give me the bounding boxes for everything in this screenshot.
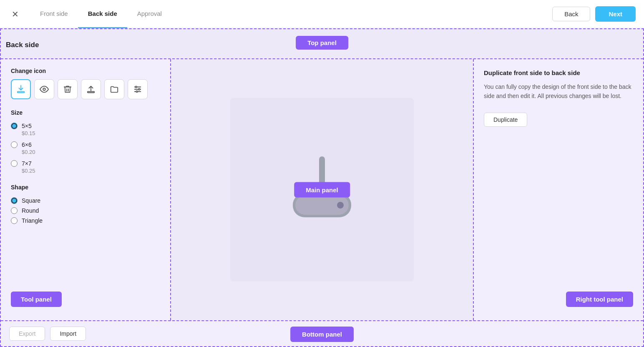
shape-square-radio[interactable] xyxy=(11,197,18,204)
tab-front-side[interactable]: Front side xyxy=(30,0,78,28)
left-panel: Change icon xyxy=(1,59,171,320)
close-button[interactable]: ✕ xyxy=(8,8,22,21)
workspace: Back side Top panel Change icon xyxy=(0,28,644,347)
top-panel-label: Top panel xyxy=(296,36,348,50)
right-panel: Duplicate front side to back side You ca… xyxy=(473,59,643,320)
svg-rect-0 xyxy=(18,92,25,93)
change-icon-label: Change icon xyxy=(11,68,160,74)
tool-panel-label: Tool panel xyxy=(11,292,62,307)
next-button[interactable]: Next xyxy=(595,6,636,22)
shape-round-label: Round xyxy=(22,207,39,214)
duplicate-desc: You can fully copy the design of the fro… xyxy=(484,82,633,101)
eye-icon-btn[interactable] xyxy=(34,79,54,99)
settings-icon-btn[interactable] xyxy=(128,79,148,99)
size-radio-group: 5×5 $0.15 6×6 $0.20 7×7 $0.25 xyxy=(11,121,160,174)
duplicate-button[interactable]: Duplicate xyxy=(484,113,527,127)
svg-point-8 xyxy=(136,91,138,93)
size-5x5-item: 5×5 xyxy=(11,121,160,131)
back-button[interactable]: Back xyxy=(552,7,590,21)
shape-label: Shape xyxy=(11,184,160,191)
main-panel: Main panel xyxy=(171,59,473,320)
icon-buttons-row xyxy=(11,79,160,99)
content-row: Change icon xyxy=(1,58,643,321)
shape-square-item: Square xyxy=(11,196,160,206)
duplicate-title: Duplicate front side to back side xyxy=(484,69,633,76)
header-actions: Back Next xyxy=(552,6,636,22)
main-panel-label: Main panel xyxy=(294,182,350,198)
svg-rect-2 xyxy=(88,92,95,93)
size-6x6-item: 6×6 xyxy=(11,140,160,150)
bottom-bar: Export Import Bottom panel xyxy=(1,321,643,346)
size-5x5-radio[interactable] xyxy=(11,123,18,129)
size-6x6-price: $0.20 xyxy=(22,149,160,155)
shape-radio-group: Square Round Triangle xyxy=(11,196,160,226)
bottom-panel-label: Bottom panel xyxy=(290,327,354,342)
tab-bar: Front side Back side Approval xyxy=(30,0,172,28)
import-button[interactable]: Import xyxy=(50,327,86,341)
size-7x7-label: 7×7 xyxy=(22,160,32,167)
shape-square-label: Square xyxy=(22,197,40,204)
svg-point-1 xyxy=(43,88,45,91)
svg-point-6 xyxy=(136,86,137,88)
back-side-title: Back side xyxy=(6,41,39,49)
shape-round-item: Round xyxy=(11,206,160,216)
svg-point-12 xyxy=(337,202,344,209)
header: ✕ Front side Back side Approval Back Nex… xyxy=(0,0,644,28)
tab-approval[interactable]: Approval xyxy=(127,0,172,28)
shape-round-radio[interactable] xyxy=(11,207,18,214)
tab-back-side[interactable]: Back side xyxy=(78,0,127,28)
size-5x5-label: 5×5 xyxy=(22,123,32,129)
svg-point-7 xyxy=(138,88,140,90)
size-7x7-radio[interactable] xyxy=(11,160,18,167)
shape-triangle-radio[interactable] xyxy=(11,217,18,224)
upload-icon-btn[interactable] xyxy=(81,79,101,99)
size-label: Size xyxy=(11,109,160,116)
size-6x6-radio[interactable] xyxy=(11,141,18,148)
size-5x5-price: $0.15 xyxy=(22,130,160,136)
download-icon-btn[interactable] xyxy=(11,79,31,99)
export-button[interactable]: Export xyxy=(9,327,45,341)
folder-icon-btn[interactable] xyxy=(104,79,124,99)
size-7x7-item: 7×7 xyxy=(11,158,160,168)
shape-triangle-item: Triangle xyxy=(11,216,160,226)
right-tool-panel-label: Right tool panel xyxy=(566,292,633,307)
size-7x7-price: $0.25 xyxy=(22,168,160,174)
shape-triangle-label: Triangle xyxy=(22,217,43,224)
trash-icon-btn[interactable] xyxy=(58,79,78,99)
size-6x6-label: 6×6 xyxy=(22,141,32,148)
